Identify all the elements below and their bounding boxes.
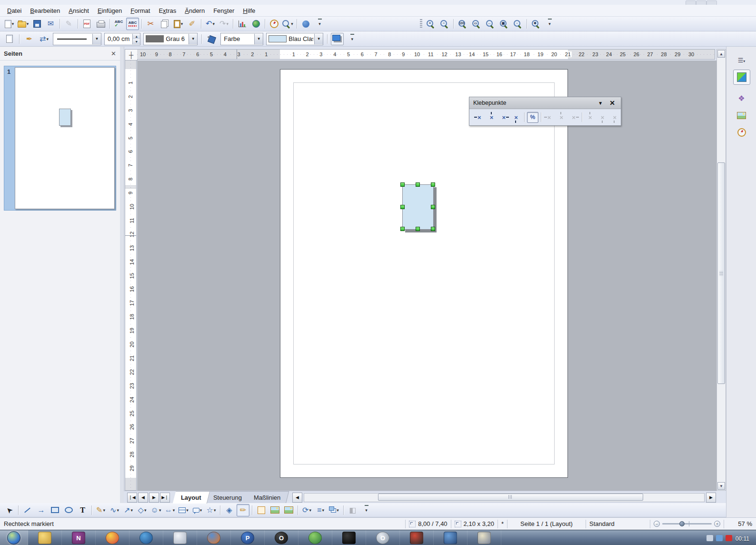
line-style-select[interactable]: ▼ bbox=[53, 33, 101, 45]
close-icon[interactable]: ✕ bbox=[111, 50, 116, 57]
stars-tool[interactable]: ☆▾ bbox=[205, 504, 218, 516]
gluepoints-toolbar-titlebar[interactable]: Klebepunkte ▼ ✕ bbox=[469, 97, 621, 109]
zoom-menu-button[interactable]: ▾ bbox=[281, 18, 294, 30]
gluepoint-relative-button[interactable]: % bbox=[527, 112, 538, 123]
panel-splitter[interactable] bbox=[120, 47, 124, 503]
chevron-down-icon[interactable]: ▼ bbox=[189, 34, 197, 44]
page-thumbnail[interactable] bbox=[15, 67, 115, 209]
scroll-up-icon[interactable]: ▲ bbox=[717, 50, 725, 58]
taskbar-onenote[interactable]: N bbox=[62, 530, 96, 545]
taskbar-notepad[interactable] bbox=[163, 530, 197, 545]
stepper-down-icon[interactable]: ▼ bbox=[133, 39, 140, 44]
menu-hilfe[interactable]: Hilfe bbox=[239, 6, 259, 16]
redo-button[interactable]: ↷▾ bbox=[218, 18, 230, 30]
insert-chart-button[interactable] bbox=[236, 18, 249, 30]
open-document-button[interactable]: ▾ bbox=[17, 18, 30, 30]
tray-icon-red[interactable] bbox=[726, 535, 732, 541]
area-dialog-button[interactable] bbox=[205, 33, 218, 45]
horizontal-scrollbar-thumb[interactable] bbox=[378, 494, 643, 501]
toolbar-menu-icon[interactable]: ▼ bbox=[593, 101, 607, 106]
selection-handle-e[interactable] bbox=[431, 205, 435, 209]
selection-handle-nw[interactable] bbox=[400, 182, 405, 187]
taskbar-magnifier[interactable]: O bbox=[366, 530, 400, 545]
scroll-right-icon[interactable]: ▶ bbox=[706, 493, 716, 503]
arrange-button[interactable]: ▾ bbox=[328, 504, 341, 516]
stepper-up-icon[interactable]: ▲ bbox=[133, 34, 140, 39]
new-document-button[interactable]: ▾ bbox=[3, 18, 16, 30]
selection-handle-n[interactable] bbox=[416, 182, 420, 187]
toolbar-overflow-button[interactable]: ▾ bbox=[360, 504, 373, 516]
arrow-style-button[interactable]: ⇄▾ bbox=[38, 33, 50, 45]
scroll-left-icon[interactable]: ◀ bbox=[292, 493, 302, 503]
taskbar-flag[interactable] bbox=[468, 530, 501, 545]
document-page[interactable] bbox=[280, 69, 568, 478]
fill-type-select[interactable]: Farbe ▼ bbox=[220, 33, 263, 45]
zoom-entire-page-button[interactable]: ▭ bbox=[470, 18, 483, 30]
styles-window-button[interactable] bbox=[3, 33, 16, 45]
taskbar-explorer[interactable] bbox=[28, 530, 62, 545]
zoom-slider-track[interactable] bbox=[662, 523, 712, 525]
line-color-select[interactable]: Grau 6 ▼ bbox=[143, 33, 198, 45]
selection-handle-w[interactable] bbox=[400, 205, 405, 209]
line-width-stepper[interactable]: 0,00 cm ▲▼ bbox=[104, 33, 140, 45]
alignment-button[interactable]: ≡▾ bbox=[314, 504, 327, 516]
edit-file-button[interactable]: ✎ bbox=[62, 18, 75, 30]
selected-rectangle-shape[interactable] bbox=[402, 184, 434, 230]
tab-malinien[interactable]: Maßlinien bbox=[245, 491, 289, 504]
exit-direction-bottom-button[interactable]: × bbox=[510, 112, 522, 123]
selection-handle-s[interactable] bbox=[416, 227, 420, 231]
zoom-in-icon[interactable]: + bbox=[714, 521, 720, 527]
gluepoint-vertical-bottom-button[interactable]: × bbox=[609, 112, 620, 123]
menu-extras[interactable]: Extras bbox=[154, 6, 180, 16]
menu-datei[interactable]: Datei bbox=[3, 6, 26, 16]
vertical-scrollbar[interactable]: ▲ ▼ bbox=[716, 49, 726, 491]
copy-button[interactable] bbox=[158, 18, 171, 30]
menu-ndern[interactable]: Ändern bbox=[180, 6, 209, 16]
gallery-button[interactable] bbox=[282, 504, 295, 516]
basic-shapes-tool[interactable]: ◇▾ bbox=[136, 504, 149, 516]
lines-arrows-tool[interactable]: ↗▾ bbox=[122, 504, 135, 516]
menu-einfgen[interactable]: Einfügen bbox=[93, 6, 126, 16]
zoom-out-button[interactable]: − bbox=[438, 18, 451, 30]
sidebar-properties-button[interactable] bbox=[733, 70, 750, 85]
paste-button[interactable]: ▾ bbox=[172, 18, 185, 30]
start-button[interactable] bbox=[0, 530, 28, 545]
zoom-page-width-button[interactable]: ↔ bbox=[484, 18, 497, 30]
last-page-button[interactable]: ▶❘ bbox=[160, 493, 170, 503]
print-button[interactable] bbox=[94, 18, 107, 30]
zoom-optimal-button[interactable]: ▣ bbox=[497, 18, 510, 30]
zoom-level[interactable]: 57 % bbox=[727, 520, 756, 527]
page-thumbnail-selected[interactable]: 1 bbox=[4, 66, 116, 211]
tab-layout[interactable]: Layout bbox=[173, 491, 210, 504]
vertical-scrollbar-thumb[interactable] bbox=[717, 162, 725, 384]
horizontal-scrollbar[interactable] bbox=[304, 493, 705, 502]
rectangle-tool[interactable] bbox=[49, 504, 61, 516]
shadow-toggle-button[interactable] bbox=[331, 33, 344, 45]
rotate-button[interactable]: ⟳▾ bbox=[300, 504, 313, 516]
edit-points-button[interactable]: ◈ bbox=[223, 504, 236, 516]
taskbar-blue-doc[interactable] bbox=[434, 530, 468, 545]
chevron-down-icon[interactable]: ▼ bbox=[314, 34, 323, 44]
extrusion-button[interactable]: ◧ bbox=[346, 504, 359, 516]
chevron-down-icon[interactable]: ▼ bbox=[92, 34, 101, 44]
taskbar-black-shape[interactable] bbox=[332, 530, 366, 545]
flowchart-tool[interactable]: ▾ bbox=[177, 504, 190, 516]
insert-picture-button[interactable] bbox=[269, 504, 281, 516]
selection-handle-sw[interactable] bbox=[400, 227, 405, 231]
selection-handle-se[interactable] bbox=[431, 227, 435, 231]
exit-direction-left-button[interactable]: × bbox=[474, 112, 485, 123]
taskbar-browser-yellow[interactable] bbox=[96, 530, 129, 545]
zoom-out-icon[interactable]: − bbox=[654, 521, 660, 527]
zoom-slider-thumb[interactable] bbox=[679, 521, 685, 526]
block-arrows-tool[interactable]: ⇔▾ bbox=[163, 504, 176, 516]
taskbar-blue-p[interactable]: P bbox=[231, 530, 265, 545]
tray-icon-blue[interactable] bbox=[716, 535, 723, 541]
help-button[interactable] bbox=[299, 18, 312, 30]
text-tool[interactable]: T bbox=[76, 504, 89, 516]
zoom-slider[interactable]: − + bbox=[654, 521, 720, 527]
exit-direction-top-button[interactable]: × bbox=[486, 112, 497, 123]
chevron-down-icon[interactable]: ▼ bbox=[254, 34, 263, 44]
gluepoint-vertical-top-button[interactable]: × bbox=[585, 112, 596, 123]
menu-ansicht[interactable]: Ansicht bbox=[64, 6, 93, 16]
menu-bearbeiten[interactable]: Bearbeiten bbox=[26, 6, 64, 16]
